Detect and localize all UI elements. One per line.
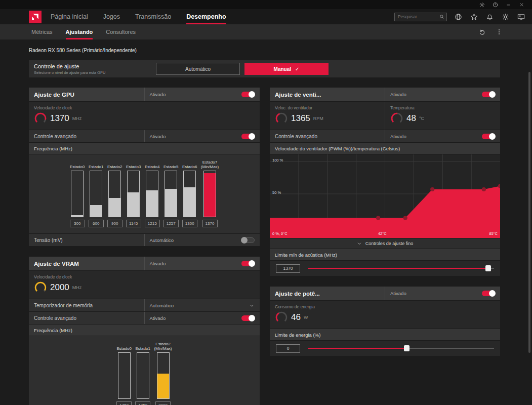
gpu-advanced-toggle[interactable] [241, 134, 255, 139]
state-track[interactable] [127, 171, 140, 217]
vram-tuning-toggle[interactable] [241, 261, 255, 266]
power-tuning-toggle[interactable] [482, 291, 495, 296]
tab-ajustando[interactable]: Ajustando [66, 24, 93, 39]
vram-panel-title: Ajuste de VRAM [29, 257, 144, 270]
nav-item-jogos[interactable]: Jogos [103, 9, 120, 24]
help-icon[interactable] [488, 1, 502, 8]
page-content: Radeon RX 580 Series (Primário/Independe… [0, 39, 532, 405]
vertical-scrollbar[interactable] [528, 72, 530, 353]
fan-advanced-toggle[interactable] [482, 134, 495, 139]
state-track[interactable] [203, 171, 216, 217]
frequency-state-2: Estado2 900 [107, 159, 122, 227]
state-value[interactable]: 900 [107, 220, 122, 227]
gpu-frequency-header: Frequência (MHz) [29, 143, 260, 154]
search-input[interactable] [397, 14, 439, 20]
nav-item-pagina-inicial[interactable]: Página inicial [51, 9, 88, 24]
clock-speed-label: Velocidade de clock [34, 274, 255, 279]
state-value[interactable]: 1145 [126, 220, 141, 227]
slider-handle[interactable] [485, 265, 491, 271]
vram-clock-value: 2000 [50, 282, 69, 293]
search-icon[interactable] [439, 14, 444, 19]
fan-speed-value: 1365 [291, 113, 310, 124]
gpu-clock-gauge [34, 112, 47, 125]
power-limit-header: Limite de energia (%) [270, 329, 500, 340]
temperature-label: Temperatura [390, 105, 495, 110]
state-track[interactable] [137, 352, 149, 399]
state-track[interactable] [157, 352, 170, 399]
slider-handle[interactable] [404, 345, 410, 351]
vram-tuning-panel: Ajuste de VRAM Ativado Velocidade de clo… [29, 257, 260, 405]
subnav-tabs: MétricasAjustandoConsultores [31, 24, 149, 39]
fan-curve-chart[interactable]: 100 % 50 % 0 %, 0°C 42°C 85°C [270, 154, 500, 238]
state-value[interactable]: 1257 [163, 220, 179, 227]
globe-icon[interactable] [455, 13, 462, 21]
gpu-voltage-toggle[interactable] [241, 237, 255, 243]
state-track[interactable] [90, 171, 102, 217]
tuning-control-bar: Controle de ajuste Selecione o nível de … [29, 60, 500, 77]
status-label: Ativado [390, 134, 406, 139]
state-value[interactable]: 1215 [145, 220, 160, 227]
state-value[interactable]: 300 [70, 220, 85, 227]
main-nav-items: Página inicialJogosTransmissãoDesempenho [51, 9, 241, 24]
status-label: Ativado [150, 315, 166, 321]
memory-timing-select[interactable]: Automático [144, 299, 260, 311]
state-value[interactable]: 1750 [116, 401, 132, 405]
state-value[interactable]: 600 [89, 220, 104, 227]
amd-logo-icon[interactable] [29, 11, 42, 23]
memory-timing-value: Automático [150, 303, 174, 308]
state-label: Estado2 [107, 159, 122, 170]
manual-button[interactable]: Manual ✓ [244, 63, 329, 75]
power-gauge [275, 311, 288, 324]
state-track[interactable] [183, 171, 196, 217]
titlebar-icons [475, 1, 528, 8]
settings-icon[interactable] [475, 1, 488, 8]
nav-item-desempenho[interactable]: Desempenho [186, 9, 226, 24]
display-icon[interactable] [517, 13, 525, 21]
fine-controls-expander[interactable]: Controles de ajuste fino [270, 238, 500, 249]
state-track[interactable] [108, 171, 121, 217]
state-label: Estado5 [163, 159, 178, 170]
acoustic-limit-row: 1370 [270, 261, 500, 276]
state-track[interactable] [71, 171, 84, 217]
state-value[interactable]: 2000 [155, 401, 171, 405]
temperature-unit: °C [419, 116, 424, 121]
automatic-button[interactable]: Automático [156, 63, 240, 75]
power-limit-slider[interactable] [308, 345, 494, 352]
state-value[interactable]: 1750 [135, 401, 150, 405]
advanced-control-label: Controle avançado [270, 130, 385, 142]
tab-metricas[interactable]: Métricas [31, 24, 53, 39]
search-box[interactable] [394, 13, 447, 21]
state-track[interactable] [146, 171, 158, 217]
gpu-tuning-toggle[interactable] [241, 92, 255, 97]
state-value[interactable]: 1300 [182, 220, 197, 227]
state-track[interactable] [118, 352, 131, 399]
star-icon[interactable] [470, 13, 478, 21]
state-value[interactable]: 1370 [202, 220, 218, 227]
close-icon[interactable] [515, 1, 528, 8]
minimize-icon[interactable] [502, 1, 515, 8]
nav-item-transmissao[interactable]: Transmissão [135, 9, 171, 24]
gear-icon[interactable] [502, 13, 509, 21]
acoustic-limit-value[interactable]: 1370 [276, 264, 300, 273]
power-consumption-label: Consumo de energia [275, 304, 495, 309]
power-limit-value[interactable]: 0 [276, 344, 300, 353]
notifications-icon[interactable] [486, 13, 494, 21]
tuning-control-title: Controle de ajuste [34, 63, 151, 69]
voltage-label: Tensão (mV) [29, 234, 144, 246]
advanced-control-label: Controle avançado [29, 130, 144, 142]
vram-advanced-toggle[interactable] [241, 315, 255, 321]
state-label: Estado1 [136, 341, 150, 351]
acoustic-limit-slider[interactable] [308, 265, 494, 272]
check-icon: ✓ [295, 66, 299, 72]
status-label: Ativado [150, 92, 166, 97]
state-track[interactable] [165, 171, 177, 217]
state-label: Estado0 [117, 341, 132, 351]
acoustic-limit-header: Limite mín de acústica (MHz) [270, 249, 500, 260]
undo-icon[interactable] [478, 28, 485, 35]
manual-button-label: Manual [274, 66, 291, 72]
memory-timing-label: Temporizador de memória [29, 299, 144, 311]
more-icon[interactable] [496, 28, 503, 35]
tab-consultores[interactable]: Consultores [106, 24, 136, 39]
temperature-gauge [390, 112, 403, 125]
fan-tuning-toggle[interactable] [482, 92, 495, 97]
